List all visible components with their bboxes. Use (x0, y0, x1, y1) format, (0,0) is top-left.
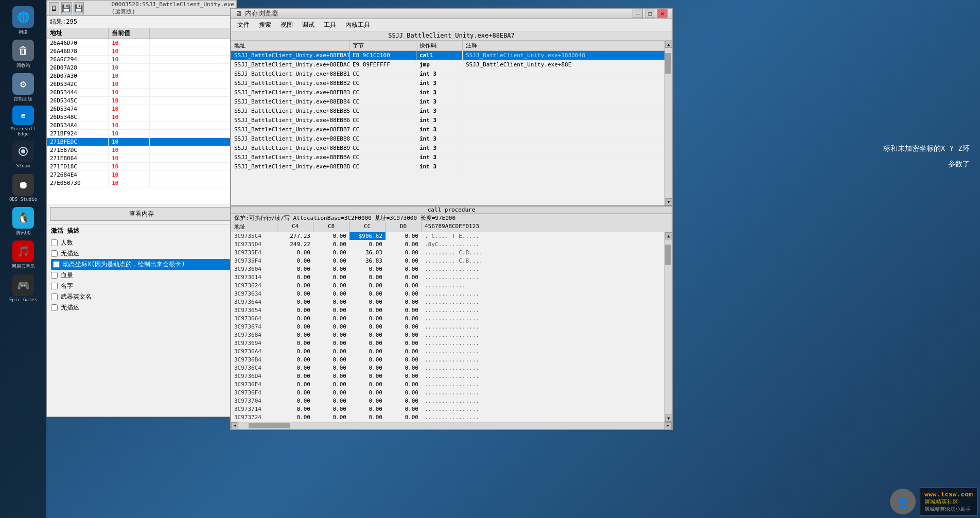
menu-search[interactable]: 搜索 (255, 19, 275, 31)
hex-scroll-track[interactable] (665, 239, 672, 415)
hex-row[interactable]: 3C9736240.000.000.000.00............ (231, 282, 664, 290)
menu-file[interactable]: 文件 (233, 19, 254, 31)
activate-checkbox-4[interactable] (51, 272, 58, 279)
minimize-button[interactable]: — (633, 9, 643, 18)
table-row[interactable]: 26D5347410 (47, 105, 236, 113)
taskbar-icon-obs[interactable]: ⏺ OBS Studio (8, 172, 39, 203)
scroll-up-btn[interactable]: ▲ (665, 41, 672, 48)
menu-kernel-tools[interactable]: 内核工具 (341, 19, 374, 31)
check-memory-button[interactable]: 查看内存 (50, 207, 233, 221)
table-row[interactable]: 26A46D7010 (47, 39, 236, 47)
toolbar-btn-2[interactable]: 💾 (61, 2, 72, 14)
disasm-row[interactable]: SSJJ_BattleClient_Unity.exe+88EBB7CCint … (231, 125, 664, 134)
toolbar-btn-3[interactable]: 💾 (74, 2, 84, 14)
hex-row[interactable]: 3C9736140.000.000.000.00................ (231, 273, 664, 282)
table-row[interactable]: 271E806410 (47, 154, 236, 163)
hex-row[interactable]: 3C9735F40.000.0036.830.00......... C.B..… (231, 257, 664, 265)
activate-checkbox-7[interactable] (51, 304, 58, 311)
scroll-down-btn[interactable]: ▼ (665, 198, 672, 205)
hex-scrollbar[interactable]: ▲ ▼ (664, 232, 672, 422)
hex-row[interactable]: 3C9736840.000.000.000.00................ (231, 331, 664, 339)
scroll-thumb[interactable] (665, 53, 671, 74)
disasm-row[interactable]: SSJJ_BattleClient_Unity.exe+88EBB3CCint … (231, 88, 664, 97)
hex-horizontal-scroll[interactable]: ◄ ► (231, 422, 672, 429)
table-row[interactable]: 26D07A2810 (47, 64, 236, 72)
table-row[interactable]: 26D07A3010 (47, 72, 236, 80)
activate-checkbox-1[interactable] (51, 239, 58, 246)
table-row[interactable]: 27E05073010 (47, 179, 236, 187)
hex-row[interactable]: 3C9736D40.000.000.000.00................ (231, 372, 664, 381)
taskbar-icon-netease[interactable]: 🎵 网易云音乐 (8, 239, 39, 270)
taskbar-icon-network[interactable]: 🌐 网络 (8, 5, 39, 36)
hex-row[interactable]: 3C9736740.000.000.000.00................ (231, 323, 664, 331)
hex-row[interactable]: 3C9735D4249.220.000.000.00.8yC..........… (231, 240, 664, 249)
disasm-row[interactable]: SSJJ_BattleClient_Unity.exe+88EBB6CCint … (231, 116, 664, 125)
disasm-row[interactable]: SSJJ_BattleClient_Unity.exe+88EBB9CCint … (231, 144, 664, 153)
hex-row[interactable]: 3C9736940.000.000.000.00................ (231, 339, 664, 348)
hex-row[interactable]: 3C9737040.000.000.000.00................ (231, 397, 664, 405)
table-row[interactable]: 26A6C29410 (47, 56, 236, 64)
table-row[interactable]: 272684E410 (47, 171, 236, 179)
activate-row-6[interactable]: 武器英文名 (51, 291, 232, 302)
table-row[interactable]: 26D5344410 (47, 89, 236, 97)
hex-row[interactable]: 3C9736A40.000.000.000.00................ (231, 348, 664, 356)
table-row-selected[interactable]: 271BFEDC10 (47, 138, 236, 146)
activate-row-2[interactable]: 无描述 (51, 248, 232, 259)
taskbar-icon-recycle[interactable]: 🗑 回收站 (8, 39, 39, 70)
table-row[interactable]: 26A46D7810 (47, 47, 236, 56)
table-row[interactable]: 271FD18C10 (47, 163, 236, 171)
disasm-row[interactable]: SSJJ_BattleClient_Unity.exe+88EBB4CCint … (231, 97, 664, 107)
activate-checkbox-3[interactable] (53, 261, 60, 268)
disasm-row[interactable]: SSJJ_BattleClient_Unity.exe+88EBAC E9 89… (231, 60, 664, 70)
taskbar-icon-edge[interactable]: e Microsoft Edge (8, 106, 39, 136)
hex-row[interactable]: 3C9736F40.000.000.000.00................ (231, 389, 664, 397)
taskbar-icon-control-panel[interactable]: ⚙ 控制面板 (8, 72, 39, 103)
hex-row[interactable]: 3C9735E40.000.0036.030.00......... C.B..… (231, 249, 664, 257)
disasm-row[interactable]: SSJJ_BattleClient_Unity.exe+88EBB8CCint … (231, 134, 664, 144)
disasm-scrollbar[interactable]: ▲ ▼ (664, 41, 672, 205)
close-button[interactable]: ✕ (657, 9, 668, 18)
table-row[interactable]: 26D534A410 (47, 122, 236, 130)
hex-row[interactable]: 3C9736440.000.000.000.00................ (231, 298, 664, 306)
taskbar-icon-steam[interactable]: Steam (8, 139, 39, 170)
table-row[interactable]: 26D5348C10 (47, 113, 236, 122)
hex-row[interactable]: 3C9735C4277.230.00$906.620.00. C.... T E… (231, 232, 664, 240)
maximize-button[interactable]: □ (645, 9, 655, 18)
toolbar-btn-1[interactable]: 🖥 (49, 2, 59, 14)
scroll-track[interactable] (665, 48, 672, 198)
hex-scroll-up[interactable]: ▲ (665, 232, 672, 239)
hex-row[interactable]: 3C9736E40.000.000.000.00................ (231, 381, 664, 389)
disasm-row-selected[interactable]: SSJJ_BattleClient_Unity.exe+88EBA7 E8 9C… (231, 51, 664, 60)
h-scroll-track[interactable] (238, 423, 664, 429)
table-row[interactable]: 26D5342C10 (47, 80, 236, 89)
activate-row-1[interactable]: 人数 (51, 237, 232, 248)
hex-row[interactable]: 3C9737240.000.000.000.00................ (231, 413, 664, 422)
activate-row-3-highlighted[interactable]: 动态坐标X(因为是动态的，绘制出来会很卡) (51, 259, 232, 270)
disasm-row[interactable]: SSJJ_BattleClient_Unity.exe+88EBBBCCint … (231, 162, 664, 171)
disasm-row[interactable]: SSJJ_BattleClient_Unity.exe+88EBB1CCint … (231, 70, 664, 79)
activate-checkbox-6[interactable] (51, 293, 58, 300)
activate-row-5[interactable]: 名字 (51, 281, 232, 291)
hex-scroll-thumb[interactable] (665, 245, 671, 265)
hex-row[interactable]: 3C9736540.000.000.000.00................ (231, 306, 664, 315)
hex-row[interactable]: 3C9736640.000.000.000.00................ (231, 315, 664, 323)
taskbar-icon-qq[interactable]: 🐧 腾讯QQ (8, 206, 39, 237)
disasm-row[interactable]: SSJJ_BattleClient_Unity.exe+88EBB2CCint … (231, 79, 664, 88)
menu-tools[interactable]: 工具 (320, 19, 340, 31)
hex-row[interactable]: 3C9736C40.000.000.000.00................ (231, 364, 664, 372)
hex-row[interactable]: 3C9736340.000.000.000.00................ (231, 290, 664, 298)
table-row[interactable]: 271E87DC10 (47, 146, 236, 154)
activate-checkbox-5[interactable] (51, 283, 58, 289)
disasm-row[interactable]: SSJJ_BattleClient_Unity.exe+88EBB5CCint … (231, 107, 664, 116)
taskbar-icon-epic[interactable]: 🎮 Epic Games (8, 273, 39, 304)
activate-row-7[interactable]: 无描述 (51, 302, 232, 313)
h-scroll-right[interactable]: ► (664, 422, 672, 429)
hex-scroll-down[interactable]: ▼ (665, 415, 672, 422)
menu-view[interactable]: 视图 (276, 19, 297, 31)
table-row[interactable]: 26D5345C10 (47, 97, 236, 105)
hex-row[interactable]: 3C9736040.000.000.000.00................ (231, 265, 664, 273)
table-row[interactable]: 271BF92410 (47, 130, 236, 138)
hex-row[interactable]: 3C9737140.000.000.000.00................ (231, 405, 664, 413)
h-scroll-left[interactable]: ◄ (231, 422, 238, 429)
hex-row[interactable]: 3C9736B40.000.000.000.00................ (231, 356, 664, 364)
